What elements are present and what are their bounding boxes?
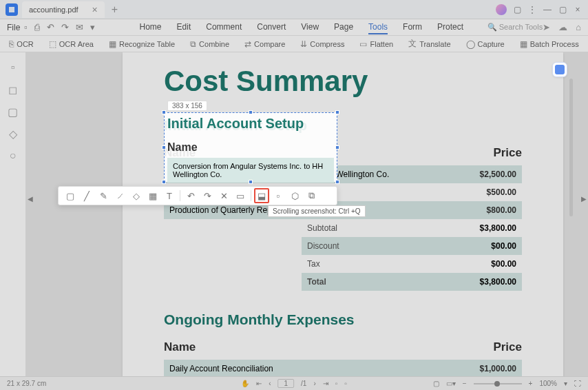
vertical-scrollbar[interactable] bbox=[569, 79, 573, 216]
menu-page[interactable]: Page bbox=[334, 21, 353, 34]
thumbnails-icon[interactable]: ▫ bbox=[8, 62, 19, 73]
first-page-icon[interactable]: ⇤ bbox=[256, 380, 262, 387]
menu-tools[interactable]: Tools bbox=[368, 21, 388, 34]
screenshot-tooltip: Scrolling screenshot: Ctrl +Q bbox=[268, 205, 366, 217]
document-tab[interactable]: accounting.pdf × bbox=[22, 1, 105, 18]
zoom-in-icon[interactable]: + bbox=[529, 380, 533, 387]
view-mode2-icon[interactable]: ▫ bbox=[344, 380, 347, 387]
menu-comment[interactable]: Comment bbox=[206, 21, 242, 34]
close-tab-icon[interactable]: × bbox=[92, 4, 98, 15]
file-menu[interactable]: File bbox=[7, 23, 20, 32]
selection-handle[interactable] bbox=[162, 145, 166, 150]
dropdown-icon[interactable]: ▾ bbox=[90, 22, 95, 32]
sel-table-header: Name bbox=[167, 141, 334, 154]
tool-recognize-table[interactable]: ▦Recognize Table bbox=[109, 39, 175, 49]
selection-handle[interactable] bbox=[249, 110, 253, 114]
tool-compress[interactable]: ⇊Compress bbox=[300, 39, 344, 49]
prev-page-icon[interactable]: ‹ bbox=[269, 380, 271, 387]
gift-icon[interactable]: ▢ bbox=[512, 5, 522, 14]
comment-panel-icon[interactable]: ▢ bbox=[8, 106, 19, 117]
tool-ocr-area[interactable]: ⬚OCR Area bbox=[49, 39, 94, 49]
share-icon[interactable]: ➤ bbox=[543, 22, 550, 32]
maximize-button[interactable]: ▢ bbox=[558, 5, 567, 14]
close-window-button[interactable]: × bbox=[573, 5, 582, 14]
selection-handle[interactable] bbox=[249, 180, 253, 184]
search-panel-icon[interactable]: ○ bbox=[8, 150, 19, 161]
tool-compare[interactable]: ⇄Compare bbox=[244, 39, 285, 49]
fit-width-icon[interactable]: ▭▾ bbox=[446, 380, 456, 387]
shot-pencil-icon[interactable]: ✎ bbox=[96, 188, 111, 203]
table-row: Daily Account Reconciliation $1,000.00 bbox=[164, 360, 522, 376]
redo-icon[interactable]: ↷ bbox=[61, 22, 69, 32]
summary-row: Discount $00.00 bbox=[302, 237, 522, 255]
menu-protect[interactable]: Protect bbox=[437, 21, 463, 34]
page-nav-left[interactable]: ◀ bbox=[28, 195, 33, 203]
bookmark-icon[interactable]: ◻ bbox=[8, 84, 19, 95]
summary-row: Subtotal $3,800.00 bbox=[302, 219, 522, 237]
last-page-icon[interactable]: ⇥ bbox=[323, 380, 328, 387]
hand-tool-icon[interactable]: ✋ bbox=[241, 380, 249, 387]
shot-text-icon[interactable]: T bbox=[162, 188, 177, 203]
add-tab-button[interactable]: + bbox=[112, 3, 118, 16]
mail-icon[interactable]: ✉ bbox=[76, 22, 83, 32]
shot-highlighter-icon[interactable]: ⟋ bbox=[112, 188, 127, 203]
tool-flatten[interactable]: ▭Flatten bbox=[359, 39, 393, 49]
selection-dimensions: 383 x 156 bbox=[167, 101, 207, 111]
search-tools[interactable]: 🔍 Search Tools bbox=[487, 23, 543, 32]
menu-view[interactable]: View bbox=[301, 21, 319, 34]
tool-capture[interactable]: ◯Capture bbox=[466, 39, 505, 49]
selection-handle[interactable] bbox=[162, 110, 166, 114]
cloud-icon[interactable]: ☁ bbox=[558, 22, 567, 32]
menu-convert[interactable]: Convert bbox=[257, 21, 286, 34]
shot-redo-icon[interactable]: ↷ bbox=[200, 188, 215, 203]
undo-icon[interactable]: ↶ bbox=[47, 22, 54, 32]
selection-handle[interactable] bbox=[335, 180, 339, 184]
shot-export-icon[interactable]: ▫ bbox=[271, 188, 286, 203]
menu-home[interactable]: Home bbox=[140, 21, 162, 34]
shot-undo-icon[interactable]: ↶ bbox=[183, 188, 198, 203]
shot-line-icon[interactable]: ╱ bbox=[79, 188, 94, 203]
shot-eraser-icon[interactable]: ◇ bbox=[129, 188, 144, 203]
attachment-icon[interactable]: ◇ bbox=[8, 128, 19, 139]
zoom-slider[interactable] bbox=[474, 383, 522, 384]
shot-rectangle-icon[interactable]: ▢ bbox=[63, 188, 78, 203]
page-total: /1 bbox=[301, 380, 306, 387]
zoom-out-icon[interactable]: − bbox=[463, 380, 467, 387]
screenshot-toolbar: ▢ ╱ ✎ ⟋ ◇ ▦ T ↶ ↷ ✕ ▭ ⬓ ▫ ⬡ ⧉ bbox=[58, 186, 337, 205]
summary-total-row: Total $3,800.00 bbox=[302, 273, 522, 291]
shot-scrolling-screenshot-icon[interactable]: ⬓ bbox=[254, 188, 269, 203]
save-icon[interactable]: ▫ bbox=[24, 22, 28, 32]
shot-pin-icon[interactable]: ⬡ bbox=[287, 188, 302, 203]
app-icon bbox=[6, 3, 18, 16]
page-nav-right[interactable]: ▶ bbox=[581, 195, 587, 203]
left-sidebar: ▫ ◻ ▢ ◇ ○ bbox=[0, 52, 26, 376]
menu-form[interactable]: Form bbox=[403, 21, 422, 34]
screenshot-selection[interactable]: 383 x 156 Initial Account Setup Name Con… bbox=[164, 112, 337, 182]
shot-cancel-icon[interactable]: ✕ bbox=[216, 188, 231, 203]
next-page-icon[interactable]: › bbox=[313, 380, 315, 387]
tool-translate[interactable]: 文Translate bbox=[408, 38, 450, 50]
page-number-input[interactable]: 1 bbox=[278, 379, 295, 388]
sel-heading: Initial Account Setup bbox=[167, 116, 334, 132]
shot-copy-icon[interactable]: ⧉ bbox=[304, 188, 319, 203]
tool-combine[interactable]: ⧉Combine bbox=[190, 39, 229, 49]
user-avatar[interactable] bbox=[496, 4, 507, 15]
minimize-button[interactable]: — bbox=[543, 5, 552, 14]
zoom-dropdown-icon[interactable]: ▾ bbox=[564, 380, 567, 387]
view-mode-icon[interactable]: ▫ bbox=[335, 380, 338, 387]
selection-handle[interactable] bbox=[335, 145, 339, 150]
shot-save-icon[interactable]: ▭ bbox=[233, 188, 248, 203]
tool-batch-process[interactable]: ▦Batch Process bbox=[520, 39, 579, 49]
print-icon[interactable]: ⎙ bbox=[34, 22, 40, 32]
fullscreen-icon[interactable]: ⛶ bbox=[574, 380, 581, 387]
home-icon[interactable]: ⌂ bbox=[576, 22, 581, 32]
ai-assistant-badge[interactable] bbox=[552, 62, 567, 77]
selection-handle[interactable] bbox=[335, 110, 339, 114]
shot-blur-icon[interactable]: ▦ bbox=[145, 188, 160, 203]
selection-handle[interactable] bbox=[162, 180, 166, 184]
fit-page-icon[interactable]: ▢ bbox=[433, 380, 439, 387]
menu-edit[interactable]: Edit bbox=[177, 21, 191, 34]
statusbar: 21 x 29.7 cm ✋ ⇤ ‹ 1 /1 › ⇥ ▫ ▫ ▢ ▭▾ − +… bbox=[0, 376, 588, 390]
tool-ocr[interactable]: ⎘OCR bbox=[9, 39, 33, 49]
kebab-menu-icon[interactable]: ⋮ bbox=[527, 5, 537, 14]
